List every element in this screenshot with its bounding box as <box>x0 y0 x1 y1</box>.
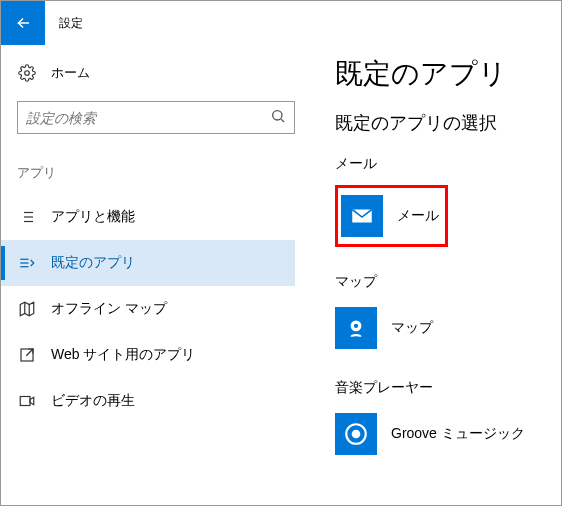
svg-line-3 <box>281 119 284 122</box>
mail-icon <box>341 195 383 237</box>
default-app-music[interactable]: Groove ミュージック <box>335 409 545 459</box>
page-title: 既定のアプリ <box>335 55 545 93</box>
default-app-maps[interactable]: マップ <box>335 303 545 353</box>
sidebar-item-apps-features[interactable]: アプリと機能 <box>1 194 295 240</box>
sidebar: ホーム アプリ アプリと機能 既定のアプリ <box>1 45 311 505</box>
titlebar: 設定 <box>1 1 561 45</box>
svg-rect-18 <box>20 397 30 406</box>
svg-point-1 <box>25 71 30 76</box>
section-label-maps: マップ <box>335 273 545 291</box>
sidebar-item-label: ビデオの再生 <box>51 392 135 410</box>
sidebar-home-label: ホーム <box>51 64 90 82</box>
open-external-icon <box>17 346 37 364</box>
map-icon <box>17 300 37 318</box>
sidebar-item-label: Web サイト用のアプリ <box>51 346 195 364</box>
search-input[interactable] <box>26 110 270 126</box>
section-label-music: 音楽プレーヤー <box>335 379 545 397</box>
sidebar-item-label: オフライン マップ <box>51 300 167 318</box>
default-app-mail[interactable]: メール <box>341 191 439 241</box>
highlight-mail-default: メール <box>335 185 448 247</box>
sidebar-item-offline-maps[interactable]: オフライン マップ <box>1 286 295 332</box>
svg-point-2 <box>273 111 282 120</box>
sidebar-item-label: アプリと機能 <box>51 208 135 226</box>
section-label-mail: メール <box>335 155 545 173</box>
search-icon <box>270 108 286 127</box>
back-button[interactable] <box>1 1 45 45</box>
main-pane: 既定のアプリ 既定のアプリの選択 メール メール マップ マップ 音楽プレーヤー… <box>311 45 561 505</box>
app-name: Groove ミュージック <box>391 425 525 443</box>
sidebar-item-label: 既定のアプリ <box>51 254 135 272</box>
svg-marker-13 <box>20 302 34 316</box>
maps-app-icon <box>335 307 377 349</box>
arrow-left-icon <box>14 14 32 32</box>
groove-icon <box>335 413 377 455</box>
defaults-icon <box>17 254 37 272</box>
app-name: マップ <box>391 319 433 337</box>
gear-icon <box>17 64 37 82</box>
list-icon <box>17 208 37 226</box>
svg-point-21 <box>354 324 358 328</box>
video-icon <box>17 392 37 410</box>
sidebar-category: アプリ <box>17 164 295 182</box>
svg-line-17 <box>26 349 33 356</box>
sidebar-item-websites-apps[interactable]: Web サイト用のアプリ <box>1 332 295 378</box>
sidebar-item-default-apps[interactable]: 既定のアプリ <box>1 240 295 286</box>
sidebar-item-video-playback[interactable]: ビデオの再生 <box>1 378 295 424</box>
search-input-box[interactable] <box>17 101 295 134</box>
window-title: 設定 <box>59 15 83 32</box>
app-name: メール <box>397 207 439 225</box>
sidebar-home[interactable]: ホーム <box>17 55 295 91</box>
page-subheading: 既定のアプリの選択 <box>335 111 545 135</box>
svg-point-23 <box>353 431 360 438</box>
